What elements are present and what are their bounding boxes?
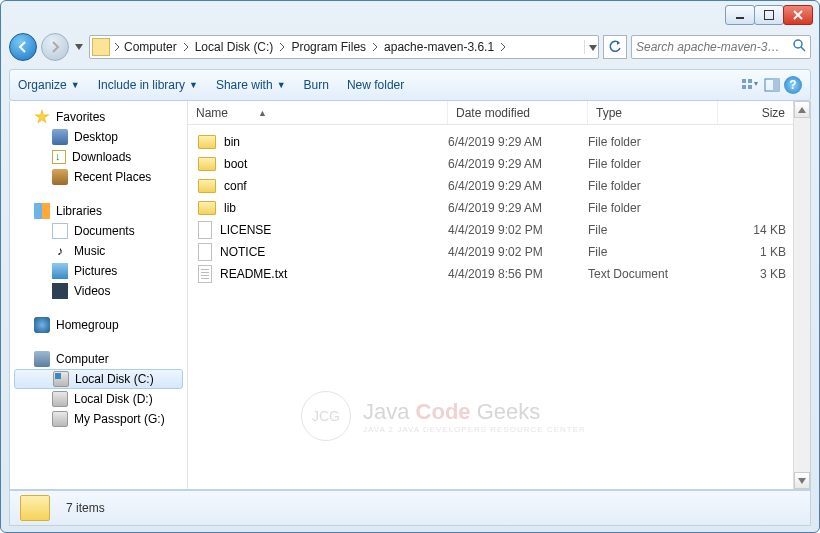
file-row[interactable]: conf6/4/2019 9:29 AMFile folder [188, 175, 810, 197]
star-icon [34, 109, 50, 125]
column-name-label: Name [196, 106, 228, 120]
new-folder-button[interactable]: New folder [347, 78, 404, 92]
share-label: Share with [216, 78, 273, 92]
file-date: 6/4/2019 9:29 AM [448, 201, 588, 215]
file-row[interactable]: README.txt4/4/2019 8:56 PMText Document3… [188, 263, 810, 285]
downloads-icon [52, 150, 66, 164]
file-name: LICENSE [220, 223, 271, 237]
sidebar-item-label: Local Disk (D:) [74, 392, 153, 406]
preview-pane-button[interactable] [762, 75, 782, 95]
file-name: conf [224, 179, 247, 193]
column-size[interactable]: Size [718, 101, 798, 124]
file-row[interactable]: lib6/4/2019 9:29 AMFile folder [188, 197, 810, 219]
documents-icon [52, 223, 68, 239]
file-row[interactable]: boot6/4/2019 9:29 AMFile folder [188, 153, 810, 175]
file-name: NOTICE [220, 245, 265, 259]
file-name: lib [224, 201, 236, 215]
sidebar-libraries[interactable]: Libraries [10, 201, 187, 221]
file-type: File [588, 223, 718, 237]
scrollbar[interactable] [793, 101, 810, 489]
drive-icon [52, 391, 68, 407]
chevron-down-icon: ▼ [71, 80, 80, 90]
file-row[interactable]: LICENSE4/4/2019 9:02 PMFile14 KB [188, 219, 810, 241]
file-type: File folder [588, 157, 718, 171]
maximize-button[interactable] [754, 5, 784, 25]
file-size: 3 KB [718, 267, 798, 281]
scroll-down-button[interactable] [794, 472, 810, 489]
organize-menu[interactable]: Organize ▼ [18, 78, 80, 92]
folder-icon [198, 135, 216, 149]
file-name: boot [224, 157, 247, 171]
videos-icon [52, 283, 68, 299]
breadcrumb-dropdown[interactable] [584, 40, 598, 54]
breadcrumb-item[interactable]: apache-maven-3.6.1 [380, 40, 498, 54]
sidebar-item-desktop[interactable]: Desktop [10, 127, 187, 147]
sidebar-item-label: Videos [74, 284, 110, 298]
file-type: File folder [588, 201, 718, 215]
computer-icon [34, 351, 50, 367]
svg-rect-7 [773, 79, 779, 91]
sidebar-item-music[interactable]: ♪ Music [10, 241, 187, 261]
share-with-menu[interactable]: Share with ▼ [216, 78, 286, 92]
libraries-icon [34, 203, 50, 219]
toolbar: Organize ▼ Include in library ▼ Share wi… [9, 69, 811, 101]
status-count: 7 items [66, 501, 105, 515]
search-box[interactable] [631, 35, 811, 59]
sidebar-item-label: Documents [74, 224, 135, 238]
forward-button[interactable] [41, 33, 69, 61]
svg-rect-3 [748, 79, 752, 83]
chevron-right-icon [370, 40, 380, 54]
help-button[interactable]: ? [784, 76, 802, 94]
close-button[interactable] [783, 5, 813, 25]
svg-line-1 [801, 47, 805, 51]
file-icon [198, 243, 212, 261]
breadcrumb[interactable]: Computer Local Disk (C:) Program Files a… [89, 35, 599, 59]
pictures-icon [52, 263, 68, 279]
svg-rect-5 [748, 85, 752, 89]
column-type[interactable]: Type [588, 101, 718, 124]
sidebar-item-localdisk-c[interactable]: Local Disk (C:) [14, 369, 183, 389]
chevron-down-icon: ▼ [277, 80, 286, 90]
breadcrumb-item[interactable]: Program Files [287, 40, 370, 54]
sidebar-item-videos[interactable]: Videos [10, 281, 187, 301]
sidebar-item-pictures[interactable]: Pictures [10, 261, 187, 281]
sidebar-item-label: My Passport (G:) [74, 412, 165, 426]
sidebar-computer[interactable]: Computer [10, 349, 187, 369]
title-bar [1, 1, 819, 31]
sidebar-item-downloads[interactable]: Downloads [10, 147, 187, 167]
sidebar-item-mypassport[interactable]: My Passport (G:) [10, 409, 187, 429]
file-size: 1 KB [718, 245, 798, 259]
file-size: 14 KB [718, 223, 798, 237]
column-date[interactable]: Date modified [448, 101, 588, 124]
include-library-menu[interactable]: Include in library ▼ [98, 78, 198, 92]
sidebar: Favorites Desktop Downloads Recent Place… [10, 101, 188, 489]
sidebar-item-recent[interactable]: Recent Places [10, 167, 187, 187]
column-name[interactable]: Name ▲ [188, 101, 448, 124]
explorer-window: Computer Local Disk (C:) Program Files a… [0, 0, 820, 533]
back-button[interactable] [9, 33, 37, 61]
sidebar-item-documents[interactable]: Documents [10, 221, 187, 241]
sidebar-favorites[interactable]: Favorites [10, 107, 187, 127]
file-row[interactable]: NOTICE4/4/2019 9:02 PMFile1 KB [188, 241, 810, 263]
scroll-up-button[interactable] [794, 101, 810, 118]
view-options-button[interactable] [740, 75, 760, 95]
svg-rect-4 [742, 85, 746, 89]
folder-icon [198, 201, 216, 215]
include-label: Include in library [98, 78, 185, 92]
chevron-right-icon [277, 40, 287, 54]
file-date: 6/4/2019 9:29 AM [448, 135, 588, 149]
search-input[interactable] [636, 40, 792, 54]
breadcrumb-item[interactable]: Computer [120, 40, 181, 54]
nav-history-dropdown[interactable] [73, 33, 85, 61]
breadcrumb-item[interactable]: Local Disk (C:) [191, 40, 278, 54]
burn-button[interactable]: Burn [304, 78, 329, 92]
refresh-button[interactable] [603, 35, 627, 59]
sidebar-homegroup[interactable]: Homegroup [10, 315, 187, 335]
file-icon [198, 221, 212, 239]
file-row[interactable]: bin6/4/2019 9:29 AMFile folder [188, 131, 810, 153]
sidebar-item-localdisk-d[interactable]: Local Disk (D:) [10, 389, 187, 409]
column-headers: Name ▲ Date modified Type Size [188, 101, 810, 125]
minimize-button[interactable] [725, 5, 755, 25]
chevron-down-icon: ▼ [189, 80, 198, 90]
nav-row: Computer Local Disk (C:) Program Files a… [9, 31, 811, 63]
